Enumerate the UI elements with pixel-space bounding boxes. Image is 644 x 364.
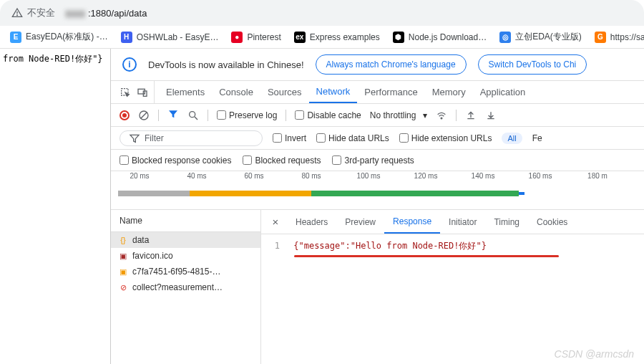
bookmark-icon: E xyxy=(10,32,21,43)
request-type-icon: ▣ xyxy=(118,251,128,261)
bookmark-label: Node.js Download… xyxy=(409,32,487,42)
bookmark-item[interactable]: exExpress examples xyxy=(294,32,380,43)
info-icon: i xyxy=(122,57,137,72)
record-button[interactable] xyxy=(119,110,130,120)
network-body: Name {}data▣favicon.ico▣c7fa7451-6f95-48… xyxy=(111,210,644,364)
detail-tab-initiator[interactable]: Initiator xyxy=(440,210,485,234)
page-content: from Node-RED!你好"} xyxy=(0,49,111,364)
devtools-tabs: ElementsConsoleSourcesNetworkPerformance… xyxy=(111,81,644,104)
bookmark-label: https://sapp xyxy=(610,32,644,42)
bookmark-item[interactable]: HOSHWLab - EasyE… xyxy=(121,32,219,43)
detail-tab-cookies[interactable]: Cookies xyxy=(528,210,576,234)
match-language-button[interactable]: Always match Chrome's language xyxy=(316,54,467,75)
hide-ext-urls-checkbox[interactable]: Hide extension URLs xyxy=(399,133,492,143)
detail-tab-preview[interactable]: Preview xyxy=(336,210,384,234)
tab-application[interactable]: Application xyxy=(473,81,533,103)
tab-console[interactable]: Console xyxy=(212,81,260,103)
bookmark-item[interactable]: ⬢Node.js Download… xyxy=(393,32,487,43)
preserve-log-checkbox[interactable]: Preserve log xyxy=(217,110,277,120)
device-toggle-icon[interactable] xyxy=(137,87,148,98)
filter-row: Filter Invert Hide data URLs Hide extens… xyxy=(111,127,644,150)
wifi-icon[interactable] xyxy=(436,110,447,121)
switch-language-button[interactable]: Switch DevTools to Chi xyxy=(478,54,587,75)
request-name: favicon.ico xyxy=(132,251,173,261)
request-name: data xyxy=(132,235,149,245)
inspect-icon[interactable] xyxy=(119,87,131,98)
tab-network[interactable]: Network xyxy=(309,81,358,103)
bookmarks-bar: EEasyEDA(标准版) -…HOSHWLab - EasyE…●Pinter… xyxy=(0,26,644,49)
main-area: from Node-RED!你好"} i DevTools is now ava… xyxy=(0,49,644,364)
tab-sources[interactable]: Sources xyxy=(260,81,309,103)
blocked-requests-checkbox[interactable]: Blocked requests xyxy=(243,155,321,166)
bookmark-icon: H xyxy=(121,32,132,43)
bookmark-label: 立创EDA(专业版) xyxy=(515,31,582,43)
upload-icon[interactable] xyxy=(465,110,477,121)
filter-input[interactable]: Filter xyxy=(119,130,263,146)
filter-all-pill[interactable]: All xyxy=(502,133,522,144)
url-display[interactable]: ▮▮▮▮ :1880/api/data xyxy=(65,8,147,19)
third-party-checkbox[interactable]: 3rd-party requests xyxy=(332,155,414,166)
svg-line-6 xyxy=(141,112,147,118)
request-type-icon: ⊘ xyxy=(118,282,128,292)
tab-performance[interactable]: Performance xyxy=(357,81,424,103)
bookmark-icon: ⬢ xyxy=(393,32,404,43)
disable-cache-checkbox[interactable]: Disable cache xyxy=(295,110,361,120)
address-bar: 不安全 ▮▮▮▮ :1880/api/data xyxy=(0,0,644,26)
timeline-tick: 40 ms xyxy=(168,172,225,180)
request-row[interactable]: {}data xyxy=(111,232,260,248)
info-message: DevTools is now available in Chinese! xyxy=(148,59,304,70)
response-body[interactable]: 1 {"message":"Hello from Node-RED!你好"} xyxy=(261,234,644,263)
request-type-icon: {} xyxy=(118,235,128,245)
request-row[interactable]: ▣c7fa7451-6f95-4815-… xyxy=(111,264,260,279)
warning-icon xyxy=(11,7,23,19)
bookmark-label: Pinterest xyxy=(247,32,280,42)
throttling-select[interactable]: No throttling▾ xyxy=(370,110,428,120)
funnel-icon xyxy=(129,133,140,144)
clear-icon[interactable] xyxy=(138,110,150,121)
network-timeline[interactable]: 20 ms40 ms60 ms80 ms100 ms120 ms140 ms16… xyxy=(111,171,644,210)
timeline-tick: 140 ms xyxy=(454,172,512,180)
request-list: Name {}data▣favicon.ico▣c7fa7451-6f95-48… xyxy=(111,210,261,364)
svg-line-8 xyxy=(195,117,197,120)
bookmark-icon: ◎ xyxy=(499,32,511,43)
tab-elements[interactable]: Elements xyxy=(159,81,212,103)
bookmark-icon: ● xyxy=(231,32,243,43)
timeline-tick: 80 ms xyxy=(283,172,340,180)
timeline-tick: 60 ms xyxy=(225,172,283,180)
name-column-header[interactable]: Name xyxy=(111,210,260,232)
blocked-cookies-checkbox[interactable]: Blocked response cookies xyxy=(119,155,231,166)
svg-point-7 xyxy=(190,111,195,117)
timeline-tick: 160 ms xyxy=(512,172,569,180)
detail-tab-response[interactable]: Response xyxy=(384,210,440,234)
network-toolbar: Preserve log Disable cache No throttling… xyxy=(111,104,644,127)
svg-point-9 xyxy=(441,118,443,119)
bookmark-item[interactable]: ●Pinterest xyxy=(231,32,280,43)
bookmark-label: OSHWLab - EasyE… xyxy=(137,32,219,42)
close-detail-button[interactable]: × xyxy=(267,216,284,228)
detail-tab-headers[interactable]: Headers xyxy=(287,210,336,234)
timeline-tick: 20 ms xyxy=(111,172,168,180)
bookmark-icon: ex xyxy=(294,32,306,43)
timeline-tick: 120 ms xyxy=(397,172,454,180)
annotation-underline xyxy=(294,255,559,257)
request-row[interactable]: ⊘collect?measurement… xyxy=(111,279,260,295)
insecure-label: 不安全 xyxy=(27,6,55,19)
request-name: c7fa7451-6f95-4815-… xyxy=(132,267,220,277)
request-row[interactable]: ▣favicon.ico xyxy=(111,248,260,264)
filter-toggle-icon[interactable] xyxy=(167,108,179,122)
filter-fetch-pill[interactable]: Fe xyxy=(532,133,542,143)
detail-tab-timing[interactable]: Timing xyxy=(485,210,528,234)
invert-checkbox[interactable]: Invert xyxy=(273,133,306,143)
search-icon[interactable] xyxy=(187,110,199,121)
download-icon[interactable] xyxy=(485,110,497,121)
request-name: collect?measurement… xyxy=(132,282,223,292)
detail-tabs: × HeadersPreviewResponseInitiatorTimingC… xyxy=(261,210,644,234)
bookmark-item[interactable]: ◎立创EDA(专业版) xyxy=(499,31,582,43)
devtools-panel: i DevTools is now available in Chinese! … xyxy=(111,49,644,364)
svg-point-1 xyxy=(17,15,18,16)
bookmark-item[interactable]: Ghttps://sapp xyxy=(595,32,644,43)
bookmark-item[interactable]: EEasyEDA(标准版) -… xyxy=(10,31,108,43)
filter-row-2: Blocked response cookies Blocked request… xyxy=(111,150,644,171)
hide-data-urls-checkbox[interactable]: Hide data URLs xyxy=(316,133,389,143)
tab-memory[interactable]: Memory xyxy=(425,81,473,103)
